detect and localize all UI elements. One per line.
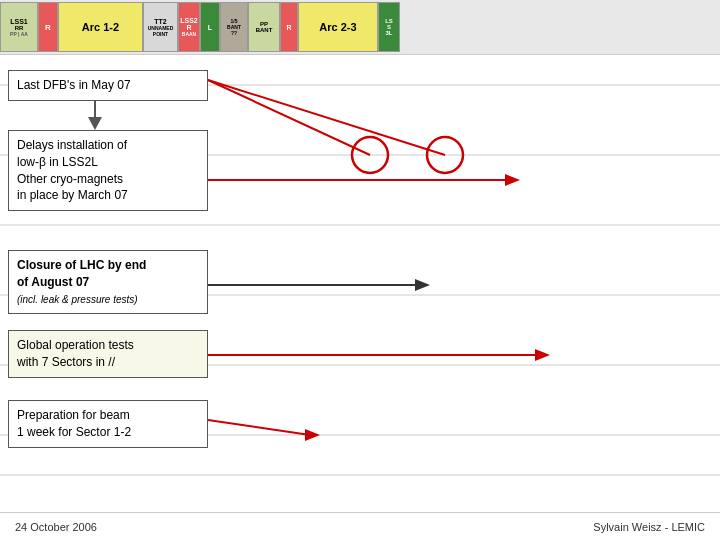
footer-date: 24 October 2006 bbox=[15, 521, 97, 533]
svg-marker-14 bbox=[505, 174, 520, 186]
seg-lss2-l: L bbox=[200, 2, 220, 52]
preparation-text: Preparation for beam 1 week for Sector 1… bbox=[17, 408, 131, 439]
delays-text: Delays installation of low-β in LSS2L Ot… bbox=[17, 138, 128, 202]
seg-tt2: TT2 UNNAMED POINT bbox=[143, 2, 178, 52]
seg-lss2-r: LSS2 R BAAN bbox=[178, 2, 200, 52]
svg-marker-8 bbox=[88, 117, 102, 130]
arc23-label: Arc 2-3 bbox=[319, 21, 356, 33]
seg-lss2b: PP BANT bbox=[248, 2, 280, 52]
svg-marker-16 bbox=[415, 279, 430, 291]
header-bar: LSS1 RR PP | AA R Arc 1-2 TT2 UNNAMED PO… bbox=[0, 0, 720, 55]
closure-box: Closure of LHC by endof August 07 (incl.… bbox=[8, 250, 208, 314]
seg-small1: 1/5 BANT ?? bbox=[220, 2, 248, 52]
segment-container: LSS1 RR PP | AA R Arc 1-2 TT2 UNNAMED PO… bbox=[0, 0, 400, 54]
svg-point-12 bbox=[427, 137, 463, 173]
seg-arc23: Arc 2-3 bbox=[298, 2, 378, 52]
svg-line-19 bbox=[208, 420, 310, 435]
svg-point-11 bbox=[352, 137, 388, 173]
svg-line-9 bbox=[208, 80, 370, 155]
closure-title: Closure of LHC by endof August 07 bbox=[17, 257, 199, 291]
delays-box: Delays installation of low-β in LSS2L Ot… bbox=[8, 130, 208, 211]
preparation-box: Preparation for beam 1 week for Sector 1… bbox=[8, 400, 208, 448]
seg-arc12: Arc 1-2 bbox=[58, 2, 143, 52]
svg-marker-20 bbox=[305, 429, 320, 441]
svg-marker-18 bbox=[535, 349, 550, 361]
lastdfb-text: Last DFB's in May 07 bbox=[17, 78, 131, 92]
seg-lss2b-r: R bbox=[280, 2, 298, 52]
svg-line-10 bbox=[208, 80, 445, 155]
closure-subtitle: (incl. leak & pressure tests) bbox=[17, 293, 199, 307]
main-content: Last DFB's in May 07 Delays installation… bbox=[0, 55, 720, 540]
global-box: Global operation tests with 7 Sectors in… bbox=[8, 330, 208, 378]
footer-author: Sylvain Weisz - LEMIC bbox=[593, 521, 705, 533]
lastdfb-box: Last DFB's in May 07 bbox=[8, 70, 208, 101]
arc12-label: Arc 1-2 bbox=[82, 21, 119, 33]
footer: 24 October 2006 Sylvain Weisz - LEMIC bbox=[0, 512, 720, 540]
seg-lss1-r: R bbox=[38, 2, 58, 52]
seg-ls-s3l: LS S 3L bbox=[378, 2, 400, 52]
global-text: Global operation tests with 7 Sectors in… bbox=[17, 338, 134, 369]
seg-lss1: LSS1 RR PP | AA bbox=[0, 2, 38, 52]
